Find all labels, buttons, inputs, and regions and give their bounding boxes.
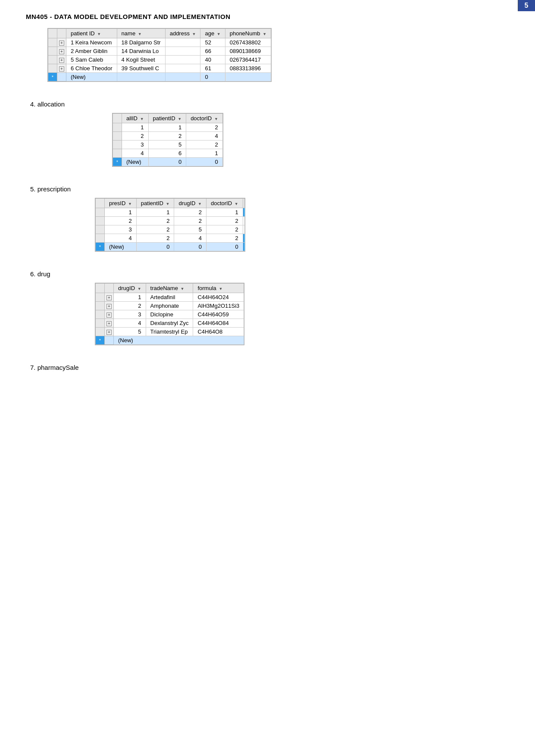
expand-btn[interactable]: + xyxy=(57,56,66,64)
col-header-address[interactable]: address ▼ xyxy=(165,29,200,38)
row-selector xyxy=(96,310,105,319)
expand-btn[interactable]: + xyxy=(57,64,66,73)
col-header-drugid[interactable]: drugID ▼ xyxy=(174,199,206,208)
cell-patientid: 2 xyxy=(136,234,174,243)
row-selector-new: * xyxy=(113,158,122,166)
cell-new-age: 0 xyxy=(200,73,225,81)
cell-tradename: Triamtestryl Ep xyxy=(146,328,193,336)
col-header-formula[interactable]: formula ▼ xyxy=(193,284,244,293)
section-pharmacysale: 7. pharmacySale xyxy=(26,364,509,371)
cell-age: 61 xyxy=(200,64,225,73)
cell-patientid: 2 xyxy=(148,132,186,141)
col-header-blank xyxy=(48,29,57,38)
cell-new-patientid: 0 xyxy=(148,158,186,166)
cell-doctorid: 4 xyxy=(186,132,223,141)
cell-formula: AlH3Mg2O11Si3 xyxy=(193,302,244,310)
expand-btn[interactable]: + xyxy=(57,47,66,56)
cell-new-doctorid: 0 xyxy=(186,158,223,166)
col-header-blank xyxy=(96,284,105,293)
row-selector[interactable] xyxy=(48,56,57,64)
row-selector[interactable] xyxy=(48,64,57,73)
cell-formula: C44H64O24 xyxy=(193,293,244,302)
col-header-blank xyxy=(113,114,122,123)
cell-drugid: 1 xyxy=(114,293,146,302)
table-row: + 2 Amber Giblin 14 Darwinia Lo 66 08901… xyxy=(48,47,271,56)
table-row: 4 2 4 2 xyxy=(96,234,245,243)
col-header-name[interactable]: name ▼ xyxy=(117,29,165,38)
table-row: 3 5 2 xyxy=(113,141,223,149)
new-row[interactable]: * (New) 0 0 xyxy=(113,158,223,166)
expand-btn[interactable]: + xyxy=(57,38,66,47)
col-header-doctorid[interactable]: doctorID ▼ xyxy=(206,199,243,208)
row-selector xyxy=(113,132,122,141)
section-label-pharmacysale: 7. pharmacySale xyxy=(30,364,509,371)
cell-phonenumb: 0267364417 xyxy=(225,56,271,64)
row-selector xyxy=(113,149,122,158)
cell-formula: C4H64O8 xyxy=(193,328,244,336)
expand-btn[interactable]: + xyxy=(105,302,114,310)
expand-btn[interactable]: + xyxy=(105,319,114,328)
col-header-age[interactable]: age ▼ xyxy=(200,29,225,38)
new-row[interactable]: * (New) 0 0 0 xyxy=(96,243,245,251)
cell-age: 52 xyxy=(200,38,225,47)
cell-patientid: 1 Keira Newcom xyxy=(66,38,117,47)
cell-extra xyxy=(243,234,244,243)
expand-btn[interactable]: + xyxy=(105,310,114,319)
cell-phonenumb: 0267438802 xyxy=(225,38,271,47)
cell-patientid: 2 xyxy=(136,225,174,234)
col-header-tradename[interactable]: tradeName ▼ xyxy=(146,284,193,293)
expand-btn[interactable]: + xyxy=(105,293,114,302)
cell-name: 14 Darwinia Lo xyxy=(117,47,165,56)
cell-doctorid: 1 xyxy=(206,208,243,217)
row-selector xyxy=(96,234,105,243)
cell-patientid: 6 Chloe Theodor xyxy=(66,64,117,73)
cell-age: 40 xyxy=(200,56,225,64)
section-prescription: 5. prescription presID ▼ patientID ▼ dru… xyxy=(26,185,509,253)
patient-table: patient ID ▼ name ▼ address ▼ age ▼ phon… xyxy=(48,28,271,81)
cell-new-patientid: 0 xyxy=(136,243,174,251)
row-selector-new: * xyxy=(96,336,105,345)
expand-btn-new xyxy=(57,73,66,81)
section-drug: 6. drug drugID ▼ tradeName ▼ formula ▼ +… xyxy=(26,270,509,347)
new-row[interactable]: * (New) 0 xyxy=(48,73,271,81)
cell-presid: 4 xyxy=(105,234,137,243)
expand-btn-new xyxy=(105,336,114,345)
cell-new-phone xyxy=(225,73,271,81)
cell-tradename: Artedafinil xyxy=(146,293,193,302)
table-row: + 3 Diclopine C44H64O59 xyxy=(96,310,244,319)
col-header-phonenumb[interactable]: phoneNumb ▼ xyxy=(225,29,271,38)
row-selector[interactable] xyxy=(48,38,57,47)
cell-extra xyxy=(243,208,244,217)
cell-patientid: 5 Sam Caleb xyxy=(66,56,117,64)
cell-patientid: 2 Amber Giblin xyxy=(66,47,117,56)
cell-extra xyxy=(243,217,244,225)
cell-patientid: 1 xyxy=(136,208,174,217)
row-selector[interactable] xyxy=(48,47,57,56)
cell-new-address xyxy=(165,73,200,81)
cell-allid: 3 xyxy=(122,141,149,149)
cell-allid: 1 xyxy=(122,123,149,132)
col-header-doctorid[interactable]: doctorID ▼ xyxy=(186,114,223,123)
col-header-patientid[interactable]: patientID ▼ xyxy=(148,114,186,123)
new-row[interactable]: * (New) xyxy=(96,336,244,345)
cell-drugid: 5 xyxy=(114,328,146,336)
col-header-patientid[interactable]: patientID ▼ xyxy=(136,199,174,208)
table-row: 1 1 2 1 xyxy=(96,208,245,217)
table-row: + 1 Artedafinil C44H64O24 xyxy=(96,293,244,302)
prescription-table-wrapper: presID ▼ patientID ▼ drugID ▼ doctorID ▼… xyxy=(95,198,245,252)
cell-presid: 1 xyxy=(105,208,137,217)
col-header-presid[interactable]: presID ▼ xyxy=(105,199,137,208)
cell-name: 4 Kogil Street xyxy=(117,56,165,64)
table-row: 4 6 1 xyxy=(113,149,223,158)
col-header-allid[interactable]: allID ▼ xyxy=(122,114,149,123)
col-header-blank xyxy=(96,199,105,208)
expand-btn[interactable]: + xyxy=(105,328,114,336)
cell-tradename: Diclopine xyxy=(146,310,193,319)
cell-allid: 2 xyxy=(122,132,149,141)
cell-new-label: (New) xyxy=(114,336,244,345)
col-header-patientid[interactable]: patient ID ▼ xyxy=(66,29,117,38)
col-header-drugid[interactable]: drugID ▼ xyxy=(114,284,146,293)
row-selector xyxy=(113,141,122,149)
cell-patientid: 5 xyxy=(148,141,186,149)
cell-drugid: 2 xyxy=(114,302,146,310)
